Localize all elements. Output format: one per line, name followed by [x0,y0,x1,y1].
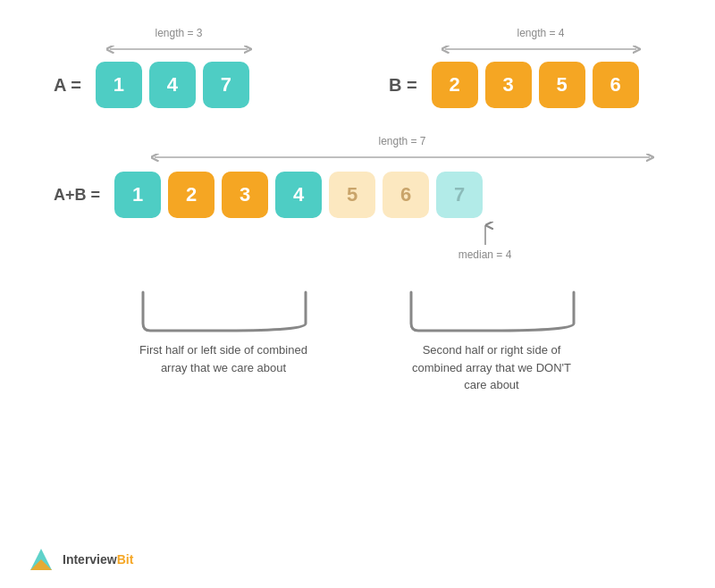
combined-array-row: A+B = 1 2 3 4 5 6 7 [54,172,661,218]
array-a-cell-1: 4 [149,62,196,108]
array-a-length: length = 3 [155,27,202,39]
middle-section: length = 7 A+B = 1 2 [36,135,679,261]
logo-text-part2: Bit [117,552,134,567]
interviewbit-logo-icon [27,545,55,574]
combined-cell-4: 5 [329,172,375,218]
combined-arrow: length = 7 [143,135,661,164]
array-b-length: length = 4 [517,27,564,39]
combined-cell-3: 4 [275,172,322,218]
combined-arrow-svg [147,150,657,164]
array-a-cell-0: 1 [96,62,142,108]
logo-text-part1: Interview [63,552,117,567]
top-section: length = 3 A = 1 4 7 [36,27,679,108]
array-b-cell-1: 3 [485,62,532,108]
median-indicator: median = 4 [308,222,661,261]
combined-cell-5: 6 [383,172,429,218]
combined-cell-0: 1 [114,172,161,218]
array-b-arrow: length = 4 [438,27,644,56]
left-bracket-svg [134,288,313,332]
left-bracket-group: First half or left side of combined arra… [134,288,313,394]
array-a-cell-2: 7 [203,62,249,108]
array-a-label: A = [54,75,81,96]
array-a-arrow: length = 3 [103,27,255,56]
logo: InterviewBit [27,545,133,574]
array-b-group: length = 4 B = 2 3 5 [389,27,644,108]
combined-label: A+B = [54,186,100,205]
bottom-section: First half or left side of combined arra… [36,288,679,394]
right-bracket-svg [402,288,581,332]
combined-cell-1: 2 [168,172,214,218]
combined-cell-6: 7 [436,172,483,218]
right-bracket-group: Second half or right side of combined ar… [402,288,581,394]
combined-length: length = 7 [378,135,425,147]
median-arrow-up [476,222,494,247]
logo-text: InterviewBit [63,552,133,567]
array-b-cell-0: 2 [432,62,478,108]
array-b-label: B = [389,75,417,96]
median-label: median = 4 [458,248,512,261]
array-a-row: A = 1 4 7 [54,62,249,108]
array-b-cell-3: 6 [593,62,639,108]
main-container: length = 3 A = 1 4 7 [0,0,715,588]
array-a-arrow-svg [103,42,255,56]
left-bracket-text: First half or left side of combined arra… [134,341,313,376]
combined-arrow-wrapper: length = 7 [143,135,661,164]
array-b-arrow-svg [438,42,644,56]
array-b-cell-2: 5 [539,62,585,108]
right-bracket-text: Second half or right side of combined ar… [402,341,581,394]
array-b-row: B = 2 3 5 6 [389,62,639,108]
array-a-group: length = 3 A = 1 4 7 [54,27,255,108]
combined-cell-2: 3 [222,172,268,218]
